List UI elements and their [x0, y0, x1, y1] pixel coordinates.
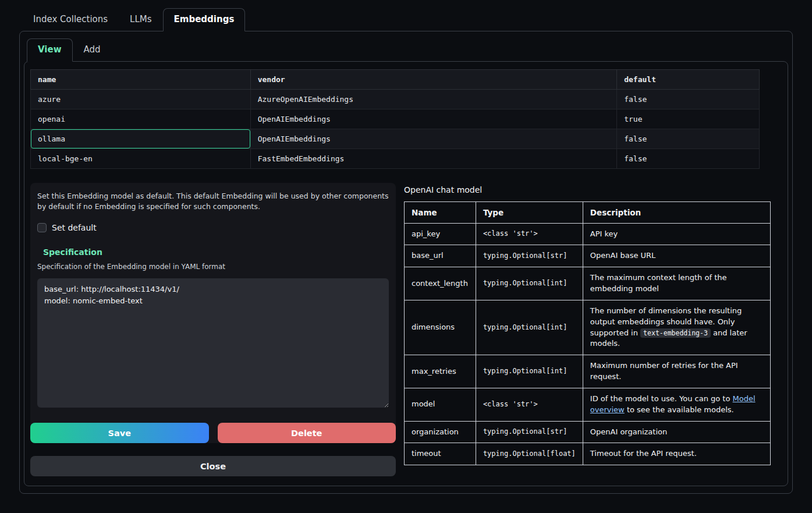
- default-help-text: Set this Embedding model as default. Thi…: [37, 191, 389, 213]
- embeddings-table: namevendordefault azureAzureOpenAIEmbedd…: [30, 69, 760, 169]
- schema-cell-type: typing.Optional[float]: [476, 443, 583, 465]
- schema-row-dimensions: dimensionstyping.Optional[int]The number…: [405, 300, 771, 355]
- schema-cell-name: organization: [405, 421, 476, 443]
- schema-table: NameTypeDescription api_key<class 'str'>…: [404, 201, 771, 466]
- schema-cell-type: typing.Optional[str]: [476, 421, 583, 443]
- column-header-default: default: [617, 69, 760, 89]
- cell-default[interactable]: true: [617, 109, 760, 129]
- description-text: ID of the model to use. You can go to: [590, 394, 733, 403]
- schema-column-name: Name: [405, 201, 476, 223]
- schema-cell-description: API key: [583, 223, 770, 245]
- view-tab-panel: namevendordefault azureAzureOpenAIEmbedd…: [24, 61, 788, 487]
- schema-cell-name: max_retries: [405, 355, 476, 388]
- schema-row-context-length: context_lengthtyping.Optional[int]The ma…: [405, 267, 771, 300]
- schema-column-description: Description: [583, 201, 770, 223]
- embeddings-row-openai[interactable]: openaiOpenAIEmbeddingstrue: [31, 109, 760, 129]
- detail-section: Set this Embedding model as default. Thi…: [30, 183, 782, 477]
- description-text: to see the available models.: [625, 405, 734, 414]
- schema-cell-name: base_url: [405, 245, 476, 267]
- cell-name[interactable]: local-bge-en: [31, 148, 251, 168]
- schema-cell-type: typing.Optional[str]: [476, 245, 583, 267]
- tab-view[interactable]: View: [27, 38, 73, 62]
- schema-row-model: model<class 'str'>ID of the model to use…: [405, 388, 771, 421]
- schema-cell-name: dimensions: [405, 300, 476, 355]
- description-text: API key: [590, 229, 618, 238]
- column-header-name: name: [31, 69, 251, 89]
- cell-default[interactable]: false: [617, 89, 760, 109]
- schema-cell-type: <class 'str'>: [476, 223, 583, 245]
- schema-cell-type: typing.Optional[int]: [476, 267, 583, 300]
- schema-row-api-key: api_key<class 'str'>API key: [405, 223, 771, 245]
- schema-cell-name: context_length: [405, 267, 476, 300]
- app-root: Index CollectionsLLMsEmbeddings ViewAdd …: [0, 0, 812, 494]
- close-button[interactable]: Close: [30, 456, 396, 476]
- embeddings-row-azure[interactable]: azureAzureOpenAIEmbeddingsfalse: [31, 89, 760, 109]
- embedding-form-column: Set this Embedding model as default. Thi…: [30, 183, 396, 477]
- cell-vendor[interactable]: AzureOpenAIEmbeddings: [250, 89, 617, 109]
- schema-column-type: Type: [476, 201, 583, 223]
- schema-cell-description: The number of dimensions the resulting o…: [583, 300, 770, 355]
- description-text: Timeout for the API request.: [590, 449, 697, 458]
- schema-cell-type: <class 'str'>: [476, 388, 583, 421]
- column-header-vendor: vendor: [250, 69, 617, 89]
- description-text: The maximum context length of the embedd…: [590, 273, 727, 293]
- form-actions: Save Delete: [30, 423, 396, 443]
- specification-heading: Specification: [37, 247, 389, 257]
- schema-cell-type: typing.Optional[int]: [476, 355, 583, 388]
- tab-embeddings[interactable]: Embeddings: [163, 8, 246, 31]
- schema-cell-name: model: [405, 388, 476, 421]
- cell-name[interactable]: openai: [31, 109, 251, 129]
- specification-help: Specification of the Embedding model in …: [37, 263, 389, 271]
- cell-default[interactable]: false: [617, 148, 760, 168]
- schema-cell-name: api_key: [405, 223, 476, 245]
- cell-vendor[interactable]: FastEmbedEmbeddings: [250, 148, 617, 168]
- embeddings-row-local-bge-en[interactable]: local-bge-enFastEmbedEmbeddingsfalse: [31, 148, 760, 168]
- view-add-tab-bar: ViewAdd: [24, 38, 788, 61]
- set-default-label: Set default: [52, 223, 97, 232]
- description-text: OpenAI organization: [590, 427, 667, 436]
- save-button[interactable]: Save: [30, 423, 209, 443]
- schema-cell-description: Timeout for the API request.: [583, 443, 770, 465]
- tab-llms[interactable]: LLMs: [119, 8, 162, 31]
- schema-title: OpenAI chat model: [404, 185, 771, 194]
- description-text: Maximum number of retries for the API re…: [590, 361, 738, 381]
- set-default-checkbox-row[interactable]: Set default: [37, 223, 97, 232]
- top-tab-bar: Index CollectionsLLMsEmbeddings: [19, 8, 793, 31]
- cell-default[interactable]: false: [617, 129, 760, 148]
- embeddings-tab-panel: ViewAdd namevendordefault azureAzureOpen…: [19, 31, 793, 494]
- schema-column: OpenAI chat model NameTypeDescription ap…: [404, 183, 771, 477]
- schema-row-base-url: base_urltyping.Optional[str]OpenAI base …: [405, 245, 771, 267]
- cell-name[interactable]: azure: [31, 89, 251, 109]
- schema-cell-description: OpenAI base URL: [583, 245, 770, 267]
- tab-index-collections[interactable]: Index Collections: [22, 8, 119, 31]
- specification-textarea[interactable]: base_url: http://localhost:11434/v1/ mod…: [37, 278, 389, 408]
- description-text: OpenAI base URL: [590, 251, 656, 260]
- schema-cell-description: ID of the model to use. You can go to Mo…: [583, 388, 770, 421]
- schema-row-max-retries: max_retriestyping.Optional[int]Maximum n…: [405, 355, 771, 388]
- cell-name[interactable]: ollama: [31, 129, 251, 148]
- schema-row-organization: organizationtyping.Optional[str]OpenAI o…: [405, 421, 771, 443]
- set-default-checkbox[interactable]: [37, 223, 47, 232]
- embedding-form: Set this Embedding model as default. Thi…: [30, 183, 396, 444]
- embeddings-table-header: namevendordefault: [31, 69, 760, 89]
- delete-button[interactable]: Delete: [218, 423, 396, 443]
- schema-cell-description: Maximum number of retries for the API re…: [583, 355, 770, 388]
- cell-vendor[interactable]: OpenAIEmbeddings: [250, 109, 617, 129]
- inline-code: text-embedding-3: [640, 328, 711, 338]
- schema-cell-type: typing.Optional[int]: [476, 300, 583, 355]
- embeddings-row-ollama[interactable]: ollamaOpenAIEmbeddingsfalse: [31, 129, 760, 148]
- schema-cell-name: timeout: [405, 443, 476, 465]
- tab-add[interactable]: Add: [73, 38, 112, 62]
- schema-cell-description: The maximum context length of the embedd…: [583, 267, 770, 300]
- cell-vendor[interactable]: OpenAIEmbeddings: [250, 129, 617, 148]
- schema-row-timeout: timeouttyping.Optional[float]Timeout for…: [405, 443, 771, 465]
- schema-table-header: NameTypeDescription: [405, 201, 771, 223]
- schema-cell-description: OpenAI organization: [583, 421, 770, 443]
